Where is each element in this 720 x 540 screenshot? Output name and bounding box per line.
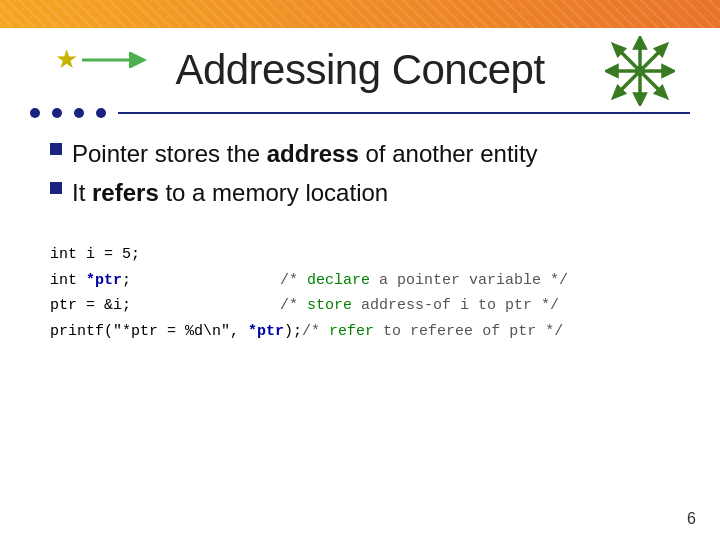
banner-texture: [0, 0, 720, 28]
code-line-3: ptr = &i; /* store address-of i to ptr *…: [50, 293, 670, 319]
page-number: 6: [687, 510, 696, 528]
bullet-item-2: It refers to a memory location: [50, 177, 670, 208]
code-line-2: int *ptr; /* declare a pointer variable …: [50, 268, 670, 294]
svg-marker-9: [663, 66, 673, 76]
bullet-square-2: [50, 182, 62, 194]
star-icon: ★: [55, 44, 78, 75]
dot-3: [74, 108, 84, 118]
svg-marker-5: [635, 94, 645, 104]
svg-marker-3: [635, 38, 645, 48]
code-text-4: printf("*ptr = %d\n", *ptr);: [50, 319, 302, 345]
divider-line: [118, 112, 690, 114]
code-text-3: ptr = &i;: [50, 293, 280, 319]
bold-refers: refers: [92, 179, 159, 206]
bullet-square-1: [50, 143, 62, 155]
dot-4: [96, 108, 106, 118]
top-banner: [0, 0, 720, 28]
bold-address: address: [267, 140, 359, 167]
snowflake-icon: [605, 36, 675, 106]
page-title: Addressing Concept: [175, 46, 544, 94]
title-area: ★ Addressing Concept: [0, 28, 720, 104]
bullet-text-1: Pointer stores the address of another en…: [72, 138, 538, 169]
bullet-item-1: Pointer stores the address of another en…: [50, 138, 670, 169]
bullet-text-2: It refers to a memory location: [72, 177, 388, 208]
code-comment-3: /* store address-of i to ptr */: [280, 293, 559, 319]
code-line-4: printf("*ptr = %d\n", *ptr); /* refer to…: [50, 319, 670, 345]
code-comment-2: /* declare a pointer variable */: [280, 268, 568, 294]
snowflake-decoration: [605, 36, 675, 110]
svg-point-18: [635, 66, 645, 76]
dot-2: [52, 108, 62, 118]
code-comment-4: /* refer to referee of ptr */: [302, 319, 563, 345]
bullets-section: Pointer stores the address of another en…: [0, 126, 720, 232]
dot-1: [30, 108, 40, 118]
star-arrow-left: ★: [55, 44, 152, 75]
code-text-1: int i = 5;: [50, 242, 280, 268]
svg-marker-7: [607, 66, 617, 76]
code-line-1: int i = 5;: [50, 242, 670, 268]
code-block: int i = 5; int *ptr; /* declare a pointe…: [50, 242, 670, 344]
arrow-icon: [82, 52, 152, 68]
code-text-2: int *ptr;: [50, 268, 280, 294]
